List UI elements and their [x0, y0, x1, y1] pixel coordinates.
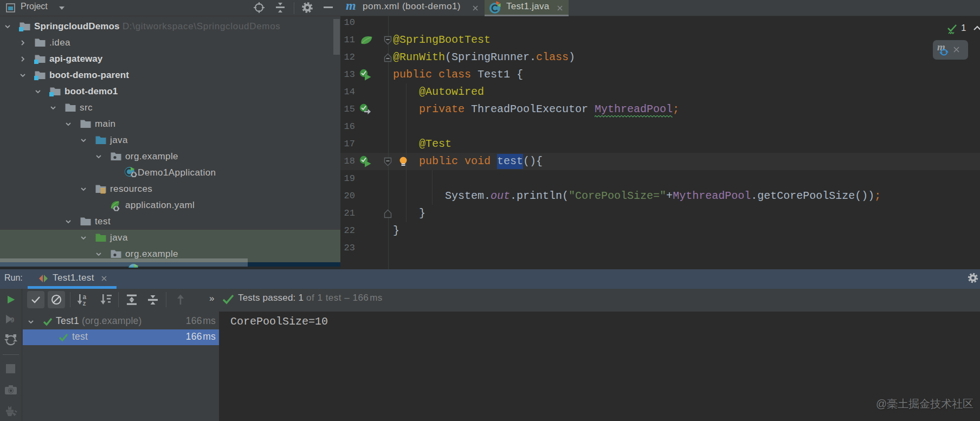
- svg-text:9: 9: [10, 316, 14, 324]
- svg-text:z: z: [83, 300, 86, 307]
